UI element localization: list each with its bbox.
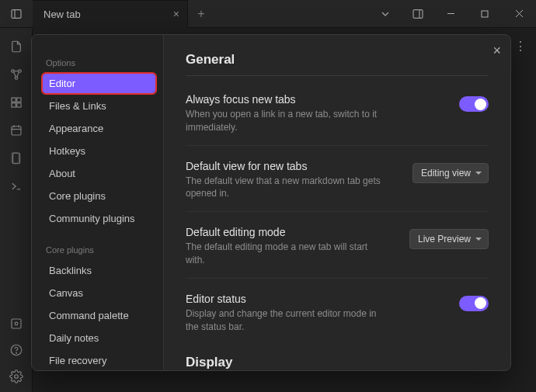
tab-new-tab[interactable]: New tab × <box>33 0 188 28</box>
svg-line-12 <box>16 72 19 77</box>
settings-icon[interactable] <box>9 369 24 384</box>
setting-default-editing-mode: Default editing mode The default editing… <box>186 221 489 279</box>
settings-sidebar: Options Editor Files & Links Appearance … <box>32 35 164 370</box>
sidebar-item-canvas[interactable]: Canvas <box>43 283 155 303</box>
svg-rect-14 <box>12 98 16 102</box>
maximize-button[interactable] <box>468 0 502 28</box>
help-icon[interactable] <box>9 342 24 358</box>
setting-name: Default editing mode <box>186 226 399 238</box>
window-controls <box>368 0 536 28</box>
divider <box>186 75 489 76</box>
setting-name: Default view for new tabs <box>186 160 402 172</box>
templates-icon[interactable] <box>9 151 24 166</box>
setting-name: Always focus new tabs <box>186 93 448 106</box>
toggle-always-focus-new-tabs[interactable] <box>459 96 489 112</box>
sidebar-item-editor[interactable]: Editor <box>43 74 155 93</box>
setting-editor-status: Editor status Display and change the cur… <box>186 288 489 345</box>
settings-modal: Options Editor Files & Links Appearance … <box>31 34 511 371</box>
setting-desc: When you open a link in a new tab, switc… <box>186 108 388 134</box>
titlebar: New tab × + <box>0 0 536 28</box>
svg-rect-5 <box>482 11 488 17</box>
tab-label: New tab <box>44 9 81 20</box>
panel-left-toggle[interactable] <box>0 0 33 28</box>
close-window-button[interactable] <box>502 0 536 28</box>
section-general-title: General <box>186 52 489 68</box>
sidebar-item-daily-notes[interactable]: Daily notes <box>43 328 155 348</box>
svg-point-29 <box>14 375 18 379</box>
svg-point-10 <box>15 77 17 79</box>
svg-rect-18 <box>12 127 21 135</box>
setting-desc: The default view that a new markdown tab… <box>186 175 388 201</box>
options-group-header: Options <box>46 58 155 68</box>
graph-icon[interactable] <box>9 67 24 82</box>
sidebar-item-command-palette[interactable]: Command palette <box>43 306 155 325</box>
svg-rect-2 <box>413 9 423 18</box>
sidebar-item-backlinks[interactable]: Backlinks <box>43 261 155 280</box>
sidebar-item-appearance[interactable]: Appearance <box>43 119 155 138</box>
daily-note-icon[interactable] <box>9 123 24 138</box>
setting-always-focus-new-tabs: Always focus new tabs When you open a li… <box>186 88 489 146</box>
core-plugins-group-header: Core plugins <box>46 245 155 255</box>
svg-point-28 <box>16 352 16 353</box>
sidebar-item-file-recovery[interactable]: File recovery <box>43 351 155 370</box>
command-palette-icon[interactable] <box>9 179 24 194</box>
svg-rect-17 <box>16 103 20 107</box>
more-options-icon[interactable]: ⋮ <box>514 39 527 54</box>
new-tab-button[interactable]: + <box>188 0 214 28</box>
setting-desc: The default editing mode a new tab will … <box>186 241 388 267</box>
sidebar-item-core-plugins[interactable]: Core plugins <box>43 186 155 206</box>
minimize-button[interactable] <box>433 0 468 28</box>
svg-rect-15 <box>16 98 20 102</box>
svg-point-26 <box>15 322 18 325</box>
toggle-editor-status[interactable] <box>459 296 489 311</box>
vault-icon[interactable] <box>9 316 24 331</box>
svg-rect-0 <box>12 9 21 18</box>
dropdown-default-editing-mode[interactable]: Live Preview <box>409 229 489 249</box>
tab-history-icon[interactable] <box>368 0 402 28</box>
settings-content: × General Always focus new tabs When you… <box>164 35 510 370</box>
panel-right-toggle[interactable] <box>402 0 433 28</box>
svg-rect-25 <box>12 319 21 328</box>
section-display-title: Display <box>186 355 489 370</box>
close-tab-icon[interactable]: × <box>173 8 179 20</box>
sidebar-item-hotkeys[interactable]: Hotkeys <box>43 141 155 161</box>
svg-line-11 <box>13 72 16 77</box>
files-icon[interactable] <box>9 39 24 54</box>
canvas-icon[interactable] <box>9 95 24 110</box>
sidebar-item-files-links[interactable]: Files & Links <box>43 96 155 116</box>
setting-default-view-new-tabs: Default view for new tabs The default vi… <box>186 155 489 213</box>
sidebar-item-about[interactable]: About <box>43 164 155 183</box>
close-modal-icon[interactable]: × <box>492 43 501 59</box>
dropdown-default-view[interactable]: Editing view <box>412 163 489 183</box>
setting-name: Editor status <box>186 293 448 305</box>
sidebar-item-community-plugins[interactable]: Community plugins <box>43 209 155 228</box>
svg-rect-16 <box>12 103 16 107</box>
left-ribbon <box>0 28 33 392</box>
setting-desc: Display and change the current editor mo… <box>186 307 388 334</box>
